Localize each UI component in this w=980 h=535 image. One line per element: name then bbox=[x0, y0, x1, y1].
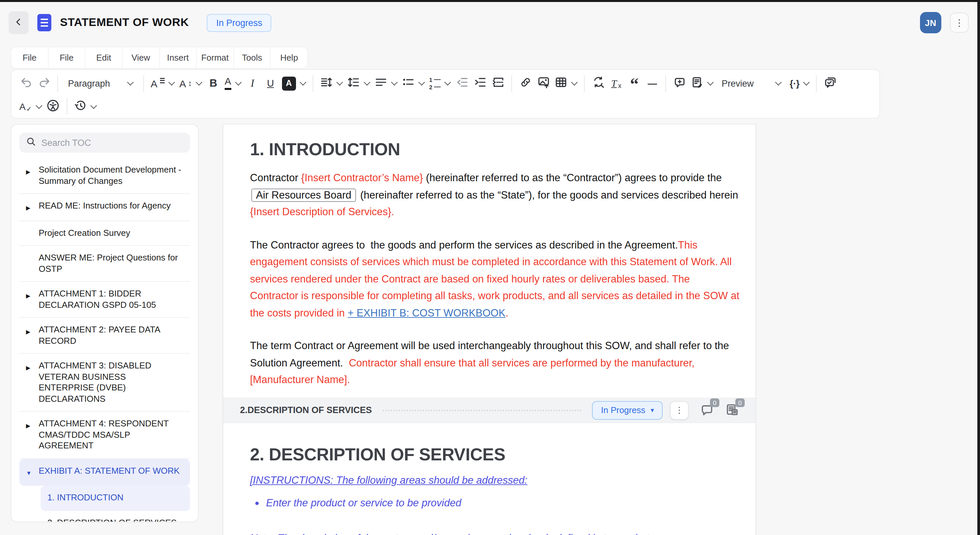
toc-item[interactable]: ▶ATTACHMENT 4: RESPONDENT CMAS/TDDC MSA/… bbox=[19, 412, 190, 459]
placeholder-fields-button[interactable]: {·} bbox=[788, 74, 811, 93]
menu-item-insert[interactable]: Insert bbox=[160, 47, 197, 68]
clear-formatting-button[interactable]: Tx bbox=[608, 74, 624, 93]
exhibit-b-link[interactable]: + EXHIBIT B: COST WORKBOOK bbox=[348, 307, 505, 318]
toc-item-label: ATTACHMENT 1: BIDDER DECLARATION GSPD 05… bbox=[39, 289, 183, 311]
highlight-color-button[interactable]: A bbox=[280, 74, 307, 93]
toc-item-label: 2. DESCRIPTION OF SERVICES bbox=[47, 518, 177, 522]
dotted-leader bbox=[383, 410, 582, 411]
menu-item-file[interactable]: File bbox=[48, 47, 85, 68]
avatar[interactable]: JN bbox=[920, 12, 941, 33]
comment-bubble-icon bbox=[700, 408, 714, 419]
kebab-icon: ⋮ bbox=[675, 405, 684, 415]
redo-button[interactable] bbox=[36, 74, 52, 93]
inline-field[interactable]: Air Resources Board bbox=[251, 188, 356, 202]
section-fields-button[interactable]: 0 bbox=[725, 403, 739, 417]
chevron-down-icon bbox=[445, 79, 451, 86]
section-comments-button[interactable]: 0 bbox=[700, 403, 714, 417]
page-break-button[interactable] bbox=[490, 74, 506, 93]
chevron-down-icon bbox=[418, 79, 425, 86]
toolbar-row-1: Paragraph A A↕ B A I U A 1 2 bbox=[18, 71, 873, 95]
align-button[interactable] bbox=[373, 74, 398, 93]
toc-item[interactable]: 2. DESCRIPTION OF SERVICES bbox=[41, 511, 190, 522]
toc-item[interactable]: ▶Solicitation Document Development - Sum… bbox=[19, 158, 190, 194]
up-down-arrows-icon: ↕ bbox=[188, 79, 192, 88]
toc-item[interactable]: ▶ATTACHMENT 2: PAYEE DATA RECORD bbox=[19, 318, 190, 354]
underline-button[interactable]: U bbox=[262, 74, 278, 93]
intro-paragraphs: Contractor {Insert Contractor’s Name} (h… bbox=[223, 169, 755, 388]
chevron-down-icon bbox=[364, 79, 370, 86]
line-height-button[interactable] bbox=[346, 74, 371, 93]
insert-table-button[interactable] bbox=[554, 74, 579, 93]
font-style-button[interactable]: A bbox=[150, 74, 176, 93]
toc-item[interactable]: Project Creation Survey bbox=[19, 221, 190, 246]
history-clock-icon bbox=[74, 99, 86, 114]
placeholder-braces-icon: {·} bbox=[790, 78, 800, 88]
version-history-button[interactable] bbox=[72, 97, 98, 116]
search-icon bbox=[26, 136, 36, 149]
back-button[interactable] bbox=[9, 11, 29, 34]
blockquote-icon: “ bbox=[630, 78, 639, 89]
section-1-heading: 1. INTRODUCTION bbox=[250, 125, 741, 160]
suggest-edit-button[interactable] bbox=[690, 74, 715, 93]
bullet-list-button[interactable] bbox=[400, 74, 426, 93]
resolved-comments-button[interactable] bbox=[822, 74, 838, 93]
insert-link-button[interactable] bbox=[518, 74, 534, 93]
italic-button[interactable]: I bbox=[244, 74, 260, 93]
toc-collapsed-icon: ▶ bbox=[26, 289, 35, 311]
header-menu-button[interactable]: ⋮ bbox=[950, 13, 969, 33]
instructions-heading: [INSTRUCTIONS: The following areas shoul… bbox=[250, 474, 741, 486]
toc-item-label: ATTACHMENT 3: DISABLED VETERAN BUSINESS … bbox=[39, 360, 183, 405]
menu-item-help[interactable]: Help bbox=[271, 47, 307, 68]
bold-button[interactable]: B bbox=[205, 74, 221, 93]
menu-item-file[interactable]: File bbox=[11, 47, 48, 68]
accessibility-button[interactable] bbox=[45, 97, 61, 116]
indent-button[interactable] bbox=[473, 74, 488, 93]
toc-collapsed-icon: ▶ bbox=[26, 360, 35, 405]
font-size-button[interactable]: A↕ bbox=[178, 74, 203, 93]
paragraph-style-dropdown[interactable]: Paragraph bbox=[63, 74, 138, 93]
numbered-list-button[interactable]: 1 2 bbox=[428, 74, 452, 93]
document-icon bbox=[37, 14, 51, 31]
section-status-dropdown[interactable]: In Progress ▾ bbox=[592, 401, 663, 419]
blockquote-button[interactable]: “ bbox=[626, 74, 642, 93]
highlight-color-icon: A bbox=[282, 76, 296, 90]
kebab-icon: ⋮ bbox=[955, 17, 964, 28]
toc-item[interactable]: ANSWER ME: Project Questions for OSTP bbox=[19, 246, 190, 282]
paragraph-spacing-button[interactable] bbox=[318, 74, 344, 93]
text-run: (hereinafter referred to as the “Contrac… bbox=[423, 172, 725, 183]
menu-item-edit[interactable]: Edit bbox=[86, 47, 123, 68]
toc-item[interactable]: ▶ATTACHMENT 1: BIDDER DECLARATION GSPD 0… bbox=[19, 282, 190, 318]
section-2-bar-label: 2.DESCRIPTION OF SERVICES bbox=[240, 405, 372, 415]
toc-item[interactable]: ▶READ ME: Instructions for Agency bbox=[19, 194, 190, 221]
text-run: (hereinafter referred to as the “State”)… bbox=[357, 189, 741, 200]
menu-item-format[interactable]: Format bbox=[197, 47, 234, 68]
add-comment-button[interactable] bbox=[672, 74, 688, 93]
toolbar-divider bbox=[816, 75, 817, 92]
search-input[interactable] bbox=[41, 138, 183, 148]
toc-search[interactable] bbox=[19, 133, 190, 152]
toc-item[interactable]: ▼EXHIBIT A: STATEMENT OF WORK bbox=[19, 459, 190, 486]
chevron-down-icon bbox=[196, 79, 202, 86]
menu-item-tools[interactable]: Tools bbox=[234, 47, 271, 68]
menu-item-view[interactable]: View bbox=[123, 47, 160, 68]
edit-document-icon bbox=[691, 76, 704, 90]
document-canvas[interactable]: 1. INTRODUCTION Contractor {Insert Contr… bbox=[223, 124, 756, 535]
fields-form-icon bbox=[725, 408, 739, 419]
italic-icon: I bbox=[251, 77, 255, 89]
insert-image-button[interactable] bbox=[536, 74, 552, 93]
text-color-button[interactable]: A bbox=[223, 74, 242, 93]
toc-item[interactable]: 1. INTRODUCTION bbox=[41, 486, 190, 511]
toolbar-divider bbox=[57, 75, 58, 92]
text-run: This engagement consists of services whi… bbox=[250, 239, 742, 318]
font-size-icon: A bbox=[179, 78, 186, 89]
horizontal-rule-button[interactable]: — bbox=[644, 74, 660, 93]
view-mode-dropdown[interactable]: Preview bbox=[717, 74, 786, 93]
toolbar-divider bbox=[666, 75, 667, 92]
spellcheck-button[interactable]: A✓ bbox=[18, 97, 43, 116]
outdent-button[interactable] bbox=[454, 74, 470, 93]
text-run: {Insert Description of Services}. bbox=[250, 206, 395, 217]
find-replace-button[interactable] bbox=[590, 74, 606, 93]
section-menu-button[interactable]: ⋮ bbox=[670, 401, 689, 419]
undo-button[interactable] bbox=[18, 74, 34, 93]
toc-item[interactable]: ▶ATTACHMENT 3: DISABLED VETERAN BUSINESS… bbox=[19, 354, 190, 412]
